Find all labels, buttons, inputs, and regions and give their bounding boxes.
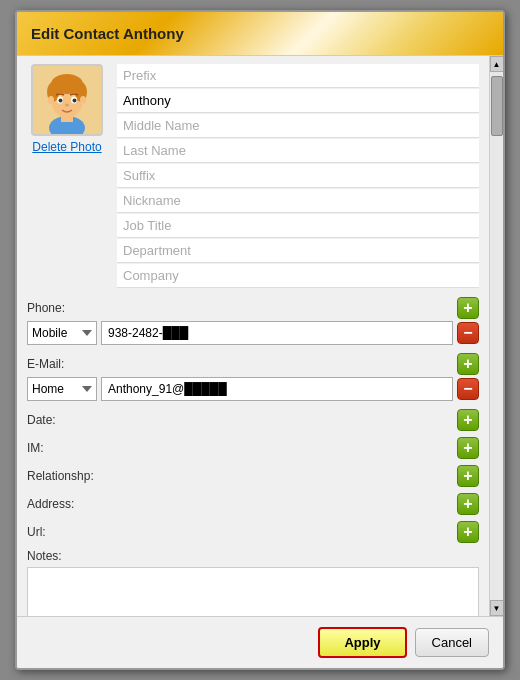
email-row: Home Work Other (27, 377, 479, 401)
add-relationship-button[interactable] (457, 465, 479, 487)
add-phone-button[interactable] (457, 297, 479, 319)
im-label: IM: (27, 441, 107, 455)
address-section-header: Address: (27, 489, 479, 517)
remove-email-button[interactable] (457, 378, 479, 400)
svg-point-9 (59, 99, 63, 103)
edit-contact-dialog: Edit Contact Anthony (15, 10, 505, 670)
add-address-button[interactable] (457, 493, 479, 515)
bottom-bar: Apply Cancel (17, 616, 503, 668)
phone-section-header: Phone: (27, 293, 479, 321)
add-im-button[interactable] (457, 437, 479, 459)
scrollbar-thumb[interactable] (491, 76, 503, 136)
remove-phone-button[interactable] (457, 322, 479, 344)
avatar-image (33, 66, 101, 134)
scrollbar-track: ▲ ▼ (489, 56, 503, 616)
delete-photo-link[interactable]: Delete Photo (32, 140, 101, 154)
relationship-label: Relationshp: (27, 469, 107, 483)
avatar-section: Delete Photo (27, 64, 107, 289)
last-name-input[interactable] (117, 139, 479, 163)
top-section: Delete Photo (27, 64, 479, 289)
date-label: Date: (27, 413, 107, 427)
phone-label: Phone: (27, 301, 107, 315)
email-label: E-Mail: (27, 357, 107, 371)
svg-point-11 (65, 104, 69, 107)
svg-point-10 (73, 99, 77, 103)
notes-textarea[interactable] (27, 567, 479, 616)
add-email-button[interactable] (457, 353, 479, 375)
email-type-select[interactable]: Home Work Other (27, 377, 97, 401)
date-section-header: Date: (27, 405, 479, 433)
notes-label: Notes: (27, 549, 107, 563)
scrollbar-up-button[interactable]: ▲ (490, 56, 504, 72)
department-input[interactable] (117, 239, 479, 263)
nickname-input[interactable] (117, 189, 479, 213)
phone-row: Mobile Home Work Other (27, 321, 479, 345)
relationship-section-header: Relationshp: (27, 461, 479, 489)
name-fields-section (117, 64, 479, 289)
im-section-header: IM: (27, 433, 479, 461)
svg-point-12 (48, 96, 54, 104)
content-area: Delete Photo Phone: (17, 56, 503, 616)
avatar (31, 64, 103, 136)
company-input[interactable] (117, 264, 479, 288)
scrollbar-down-button[interactable]: ▼ (490, 600, 504, 616)
prefix-input[interactable] (117, 64, 479, 88)
dialog-title: Edit Contact Anthony (31, 25, 184, 42)
cancel-button[interactable]: Cancel (415, 628, 489, 657)
title-bar: Edit Contact Anthony (17, 12, 503, 56)
email-section-header: E-Mail: (27, 349, 479, 377)
apply-button[interactable]: Apply (318, 627, 406, 658)
url-label: Url: (27, 525, 107, 539)
notes-section-header: Notes: (27, 545, 479, 567)
email-address-input[interactable] (101, 377, 453, 401)
middle-name-input[interactable] (117, 114, 479, 138)
first-name-input[interactable] (117, 89, 479, 113)
main-content: Delete Photo Phone: (17, 56, 489, 616)
suffix-input[interactable] (117, 164, 479, 188)
add-date-button[interactable] (457, 409, 479, 431)
job-title-input[interactable] (117, 214, 479, 238)
phone-number-input[interactable] (101, 321, 453, 345)
add-url-button[interactable] (457, 521, 479, 543)
address-label: Address: (27, 497, 107, 511)
phone-type-select[interactable]: Mobile Home Work Other (27, 321, 97, 345)
svg-point-13 (80, 96, 86, 104)
url-section-header: Url: (27, 517, 479, 545)
